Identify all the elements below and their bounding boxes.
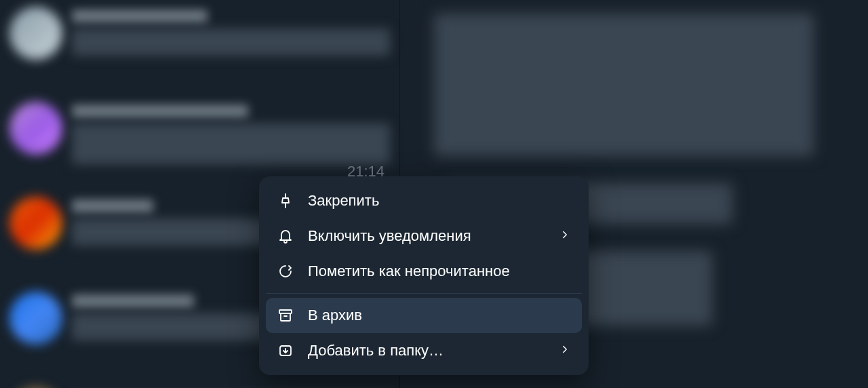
menu-item-add-to-folder[interactable]: Добавить в папку… xyxy=(266,333,582,368)
menu-item-archive[interactable]: В архив xyxy=(266,298,582,333)
avatar xyxy=(9,102,62,155)
avatar xyxy=(9,7,62,60)
chat-preview-blurred xyxy=(72,28,390,56)
chat-unread-icon xyxy=(277,263,294,280)
svg-rect-0 xyxy=(279,310,292,313)
chat-preview-blurred xyxy=(72,123,390,164)
pin-icon xyxy=(277,192,294,210)
menu-item-notifications[interactable]: Включить уведомления xyxy=(266,218,582,254)
chat-name-blurred xyxy=(72,294,194,308)
chevron-right-icon xyxy=(559,342,571,360)
menu-item-label: Закрепить xyxy=(308,192,571,210)
chat-item[interactable] xyxy=(0,0,399,95)
chat-context-menu: Закрепить Включить уведомления Пометить … xyxy=(259,176,589,375)
chat-item[interactable] xyxy=(0,95,399,190)
folder-add-icon xyxy=(277,342,294,360)
menu-item-mark-unread[interactable]: Пометить как непрочитанное xyxy=(266,254,582,289)
bell-icon xyxy=(277,227,294,245)
menu-item-pin[interactable]: Закрепить xyxy=(266,183,582,218)
chevron-right-icon xyxy=(559,227,571,245)
menu-item-label: В архив xyxy=(308,307,571,324)
archive-icon xyxy=(277,307,294,324)
avatar xyxy=(9,292,62,345)
menu-item-label: Включить уведомления xyxy=(308,227,545,245)
message-blurred xyxy=(434,14,814,156)
chat-name-blurred xyxy=(72,9,208,23)
avatar xyxy=(9,197,62,250)
chat-name-blurred xyxy=(72,199,153,213)
menu-item-label: Пометить как непрочитанное xyxy=(308,263,571,280)
chat-name-blurred xyxy=(72,104,248,118)
chat-item[interactable] xyxy=(0,380,399,388)
menu-divider xyxy=(266,293,582,294)
menu-item-label: Добавить в папку… xyxy=(308,342,545,360)
